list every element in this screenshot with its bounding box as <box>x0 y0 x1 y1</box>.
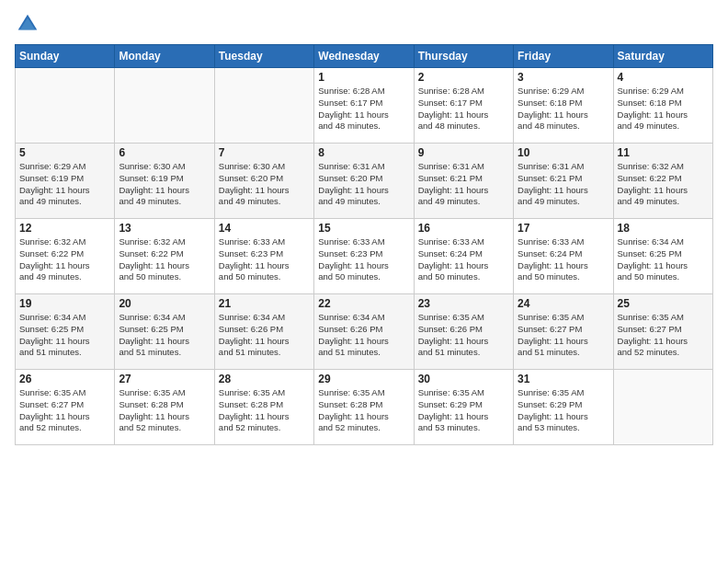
day-info: Sunrise: 6:34 AM Sunset: 6:26 PM Dayligh… <box>219 312 310 359</box>
day-info: Sunrise: 6:34 AM Sunset: 6:25 PM Dayligh… <box>119 312 210 359</box>
day-info: Sunrise: 6:35 AM Sunset: 6:27 PM Dayligh… <box>518 312 609 359</box>
day-info: Sunrise: 6:29 AM Sunset: 6:19 PM Dayligh… <box>19 161 110 208</box>
calendar-cell: 5Sunrise: 6:29 AM Sunset: 6:19 PM Daylig… <box>16 144 115 219</box>
day-number: 30 <box>418 373 509 385</box>
day-info: Sunrise: 6:35 AM Sunset: 6:27 PM Dayligh… <box>618 312 709 359</box>
day-number: 16 <box>418 222 509 235</box>
day-info: Sunrise: 6:29 AM Sunset: 6:18 PM Dayligh… <box>518 86 609 132</box>
calendar-cell: 16Sunrise: 6:33 AM Sunset: 6:24 PM Dayli… <box>414 219 513 294</box>
calendar-cell: 27Sunrise: 6:35 AM Sunset: 6:28 PM Dayli… <box>115 370 214 445</box>
day-number: 17 <box>518 222 609 235</box>
day-number: 9 <box>418 146 509 159</box>
day-number: 31 <box>518 373 609 385</box>
calendar-table: SundayMondayTuesdayWednesdayThursdayFrid… <box>15 44 713 445</box>
calendar-cell: 15Sunrise: 6:33 AM Sunset: 6:23 PM Dayli… <box>314 219 414 294</box>
logo-icon <box>15 11 40 37</box>
day-info: Sunrise: 6:35 AM Sunset: 6:28 PM Dayligh… <box>119 387 210 434</box>
calendar-cell: 4Sunrise: 6:29 AM Sunset: 6:18 PM Daylig… <box>613 68 712 144</box>
calendar-cell: 10Sunrise: 6:31 AM Sunset: 6:21 PM Dayli… <box>514 144 613 219</box>
day-info: Sunrise: 6:30 AM Sunset: 6:19 PM Dayligh… <box>119 161 210 208</box>
day-number: 18 <box>618 222 709 235</box>
day-info: Sunrise: 6:35 AM Sunset: 6:28 PM Dayligh… <box>219 387 310 434</box>
day-number: 20 <box>119 297 210 310</box>
col-header-wednesday: Wednesday <box>314 45 414 68</box>
calendar-cell: 29Sunrise: 6:35 AM Sunset: 6:28 PM Dayli… <box>314 370 414 445</box>
day-number: 6 <box>119 146 210 159</box>
col-header-sunday: Sunday <box>16 45 115 68</box>
calendar-cell: 6Sunrise: 6:30 AM Sunset: 6:19 PM Daylig… <box>115 144 214 219</box>
day-info: Sunrise: 6:35 AM Sunset: 6:29 PM Dayligh… <box>418 387 509 434</box>
day-info: Sunrise: 6:28 AM Sunset: 6:17 PM Dayligh… <box>318 86 409 132</box>
day-number: 27 <box>119 373 210 385</box>
day-number: 8 <box>318 146 409 159</box>
calendar-header-row: SundayMondayTuesdayWednesdayThursdayFrid… <box>16 45 713 68</box>
day-info: Sunrise: 6:31 AM Sunset: 6:21 PM Dayligh… <box>518 161 609 208</box>
day-info: Sunrise: 6:33 AM Sunset: 6:24 PM Dayligh… <box>418 236 509 283</box>
calendar-cell: 30Sunrise: 6:35 AM Sunset: 6:29 PM Dayli… <box>414 370 513 445</box>
calendar-cell <box>16 68 115 144</box>
day-number: 15 <box>318 222 409 235</box>
col-header-tuesday: Tuesday <box>214 45 313 68</box>
calendar-cell: 1Sunrise: 6:28 AM Sunset: 6:17 PM Daylig… <box>314 68 414 144</box>
calendar-cell <box>115 68 214 144</box>
page-header <box>15 11 713 37</box>
calendar-week-row: 1Sunrise: 6:28 AM Sunset: 6:17 PM Daylig… <box>16 68 713 144</box>
calendar-cell: 19Sunrise: 6:34 AM Sunset: 6:25 PM Dayli… <box>16 294 115 370</box>
day-number: 3 <box>518 71 609 84</box>
day-info: Sunrise: 6:32 AM Sunset: 6:22 PM Dayligh… <box>19 236 110 283</box>
day-info: Sunrise: 6:35 AM Sunset: 6:29 PM Dayligh… <box>518 387 609 434</box>
day-number: 5 <box>19 146 110 159</box>
day-number: 10 <box>518 146 609 159</box>
calendar-week-row: 26Sunrise: 6:35 AM Sunset: 6:27 PM Dayli… <box>16 370 713 445</box>
day-info: Sunrise: 6:35 AM Sunset: 6:26 PM Dayligh… <box>418 312 509 359</box>
calendar-cell: 21Sunrise: 6:34 AM Sunset: 6:26 PM Dayli… <box>214 294 313 370</box>
calendar-cell: 3Sunrise: 6:29 AM Sunset: 6:18 PM Daylig… <box>514 68 613 144</box>
day-number: 29 <box>318 373 409 385</box>
col-header-saturday: Saturday <box>613 45 712 68</box>
calendar-cell: 24Sunrise: 6:35 AM Sunset: 6:27 PM Dayli… <box>514 294 613 370</box>
day-number: 14 <box>219 222 310 235</box>
calendar-cell: 2Sunrise: 6:28 AM Sunset: 6:17 PM Daylig… <box>414 68 513 144</box>
day-number: 13 <box>119 222 210 235</box>
calendar-cell: 25Sunrise: 6:35 AM Sunset: 6:27 PM Dayli… <box>613 294 712 370</box>
calendar-cell: 17Sunrise: 6:33 AM Sunset: 6:24 PM Dayli… <box>514 219 613 294</box>
calendar-cell: 23Sunrise: 6:35 AM Sunset: 6:26 PM Dayli… <box>414 294 513 370</box>
calendar-week-row: 12Sunrise: 6:32 AM Sunset: 6:22 PM Dayli… <box>16 219 713 294</box>
day-number: 12 <box>19 222 110 235</box>
day-number: 21 <box>219 297 310 310</box>
calendar-cell: 7Sunrise: 6:30 AM Sunset: 6:20 PM Daylig… <box>214 144 313 219</box>
day-number: 4 <box>618 71 709 84</box>
day-info: Sunrise: 6:34 AM Sunset: 6:25 PM Dayligh… <box>618 236 709 283</box>
day-info: Sunrise: 6:29 AM Sunset: 6:18 PM Dayligh… <box>618 86 709 132</box>
day-info: Sunrise: 6:31 AM Sunset: 6:21 PM Dayligh… <box>418 161 509 208</box>
day-info: Sunrise: 6:33 AM Sunset: 6:23 PM Dayligh… <box>219 236 310 283</box>
day-number: 26 <box>19 373 110 385</box>
day-info: Sunrise: 6:33 AM Sunset: 6:23 PM Dayligh… <box>318 236 409 283</box>
calendar-cell <box>214 68 313 144</box>
calendar-cell: 8Sunrise: 6:31 AM Sunset: 6:20 PM Daylig… <box>314 144 414 219</box>
calendar-cell: 9Sunrise: 6:31 AM Sunset: 6:21 PM Daylig… <box>414 144 513 219</box>
day-info: Sunrise: 6:30 AM Sunset: 6:20 PM Dayligh… <box>219 161 310 208</box>
day-number: 11 <box>618 146 709 159</box>
calendar-cell: 12Sunrise: 6:32 AM Sunset: 6:22 PM Dayli… <box>16 219 115 294</box>
calendar-cell: 11Sunrise: 6:32 AM Sunset: 6:22 PM Dayli… <box>613 144 712 219</box>
calendar-week-row: 5Sunrise: 6:29 AM Sunset: 6:19 PM Daylig… <box>16 144 713 219</box>
day-info: Sunrise: 6:35 AM Sunset: 6:27 PM Dayligh… <box>19 387 110 434</box>
col-header-monday: Monday <box>115 45 214 68</box>
calendar-week-row: 19Sunrise: 6:34 AM Sunset: 6:25 PM Dayli… <box>16 294 713 370</box>
day-number: 19 <box>19 297 110 310</box>
calendar-cell: 13Sunrise: 6:32 AM Sunset: 6:22 PM Dayli… <box>115 219 214 294</box>
day-number: 2 <box>418 71 509 84</box>
calendar-cell: 26Sunrise: 6:35 AM Sunset: 6:27 PM Dayli… <box>16 370 115 445</box>
day-info: Sunrise: 6:34 AM Sunset: 6:26 PM Dayligh… <box>318 312 409 359</box>
day-number: 24 <box>518 297 609 310</box>
calendar-cell: 20Sunrise: 6:34 AM Sunset: 6:25 PM Dayli… <box>115 294 214 370</box>
calendar-cell <box>613 370 712 445</box>
day-number: 28 <box>219 373 310 385</box>
day-info: Sunrise: 6:31 AM Sunset: 6:20 PM Dayligh… <box>318 161 409 208</box>
calendar-cell: 14Sunrise: 6:33 AM Sunset: 6:23 PM Dayli… <box>214 219 313 294</box>
day-info: Sunrise: 6:28 AM Sunset: 6:17 PM Dayligh… <box>418 86 509 132</box>
day-info: Sunrise: 6:34 AM Sunset: 6:25 PM Dayligh… <box>19 312 110 359</box>
calendar-cell: 22Sunrise: 6:34 AM Sunset: 6:26 PM Dayli… <box>314 294 414 370</box>
day-info: Sunrise: 6:35 AM Sunset: 6:28 PM Dayligh… <box>318 387 409 434</box>
